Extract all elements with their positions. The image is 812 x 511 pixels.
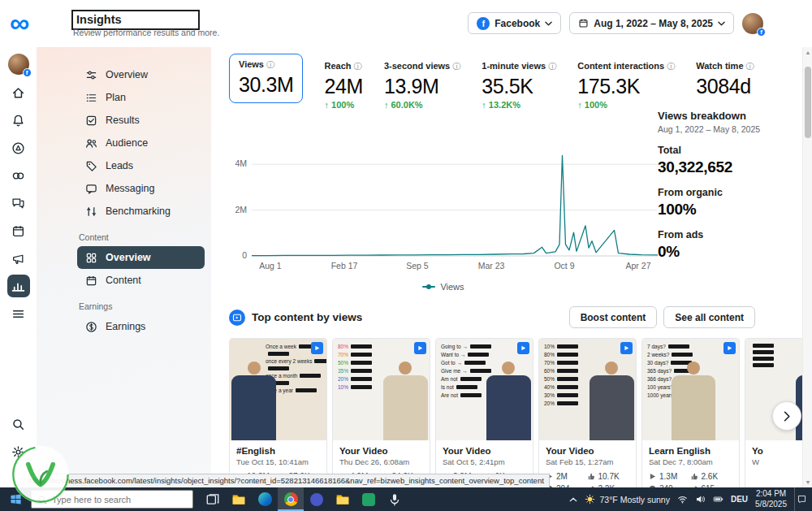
- sidebar-item-overview-0[interactable]: Overview: [77, 63, 205, 86]
- metric-label: Views ⓘ: [239, 59, 293, 71]
- person-figure: [672, 362, 716, 441]
- video-thumbnail[interactable]: 7 days?2 weeks?30 days?365 days?366 days…: [642, 339, 739, 440]
- metric-content-interactions[interactable]: Content interactions ⓘ175.3K↑ 100%: [577, 54, 675, 110]
- promotions-icon: [11, 252, 25, 266]
- tray-expand-icon[interactable]: [569, 496, 577, 503]
- scroll-down-icon[interactable]: ▼: [803, 479, 812, 485]
- content-card-5[interactable]: 7 days?2 weeks?30 days?365 days?366 days…: [641, 338, 740, 500]
- metric-reach[interactable]: Reach ⓘ24M↑ 100%: [324, 54, 362, 110]
- boost-content-button[interactable]: Boost content: [569, 306, 658, 328]
- wifi-icon[interactable]: [677, 494, 688, 505]
- rail-item-ads-manager[interactable]: [7, 136, 30, 159]
- person-figure: [486, 362, 531, 441]
- rail-item-insights[interactable]: [7, 275, 30, 297]
- page-title: Insights: [76, 13, 122, 26]
- top-content-title: Top content by views: [252, 311, 362, 323]
- rail-item-notifications[interactable]: [7, 109, 30, 132]
- card-date: Sat Oct 5, 2:41pm: [443, 457, 526, 466]
- rail-item-promotions[interactable]: [7, 247, 30, 270]
- metric-watch-time[interactable]: Watch time ⓘ3084d: [696, 54, 754, 98]
- views-line-chart[interactable]: [252, 137, 658, 259]
- sidebar-item-audience-3[interactable]: Audience: [77, 132, 205, 154]
- taskbar-app-edge[interactable]: [252, 487, 278, 511]
- sidebar-item-content-9[interactable]: Content: [77, 269, 205, 292]
- sidebar-item-label: Results: [106, 115, 140, 126]
- search-input[interactable]: [52, 495, 187, 505]
- play-badge-icon: [517, 342, 529, 354]
- taskbar-app-store[interactable]: [356, 487, 382, 511]
- facebook-badge-icon: f: [23, 68, 32, 77]
- content-icon: [229, 310, 245, 326]
- rail-item-audiences[interactable]: [7, 164, 30, 187]
- rail-item-planner[interactable]: [7, 219, 30, 242]
- taskbar-weather[interactable]: 73°F Mostly sunny: [585, 494, 669, 505]
- rail-item-search[interactable]: [7, 413, 30, 435]
- date-range-label: Aug 1, 2022 – May 8, 2025: [594, 18, 713, 29]
- taskbar-app-folder[interactable]: [330, 487, 356, 511]
- meta-logo-icon[interactable]: ∞: [10, 6, 29, 39]
- views-chart: 4M 2M 0 Aug 1 Feb 17 Sep 5 Mar 23 Oct 9 …: [229, 137, 658, 292]
- see-all-content-button[interactable]: See all content: [663, 306, 755, 328]
- rail-item-all-tools[interactable]: [7, 302, 30, 325]
- profile-avatar[interactable]: f: [742, 13, 763, 34]
- main-content: Views ⓘ30.3MReach ⓘ24M↑ 100%3-second vie…: [211, 47, 802, 487]
- breakdown-label: From ads: [658, 229, 797, 240]
- video-thumbnail[interactable]: Going to →Want to →Got to →Give me →Am n…: [436, 339, 533, 440]
- metric-value: 175.3K: [577, 75, 675, 98]
- video-thumbnail[interactable]: 80%70%50%35%20%10%: [333, 339, 430, 440]
- sun-icon: [585, 494, 595, 505]
- rail-profile-avatar[interactable]: f: [8, 54, 29, 75]
- card-date: W: [752, 457, 802, 466]
- sidebar-item-plan-1[interactable]: Plan: [77, 86, 205, 109]
- scrollbar-thumb[interactable]: [805, 67, 811, 138]
- all-tools-icon: [11, 307, 25, 321]
- sidebar-item-overview-8[interactable]: Overview: [77, 246, 205, 269]
- person-figure: [231, 362, 276, 441]
- card-info: YoW: [745, 440, 802, 473]
- battery-icon[interactable]: [713, 494, 723, 505]
- breakdown-label: Total: [658, 145, 797, 156]
- sidebar-section-content: Content: [79, 232, 205, 242]
- sidebar-item-leads-4[interactable]: Leads: [77, 154, 205, 177]
- page-selector-button[interactable]: f Facebook: [468, 12, 561, 34]
- info-icon: ⓘ: [266, 60, 274, 69]
- taskbar-app-teams[interactable]: [304, 487, 330, 511]
- taskbar-clock[interactable]: 2:04 PM 5/8/2025: [755, 489, 787, 509]
- rail-item-home[interactable]: [7, 81, 30, 104]
- notifications-icon: [11, 114, 25, 128]
- metric-views[interactable]: Views ⓘ30.3M: [229, 54, 303, 103]
- taskbar-app-file-explorer[interactable]: [226, 487, 252, 511]
- card-title: Your Video: [339, 446, 423, 456]
- video-thumbnail[interactable]: Once a weekonce every 2 weeksonce a mont…: [230, 339, 326, 440]
- metric-3-second-views[interactable]: 3-second views ⓘ13.9M↑ 60.0K%: [384, 54, 460, 110]
- people-icon: [85, 137, 97, 149]
- date-range-button[interactable]: Aug 1, 2022 – May 8, 2025: [569, 12, 734, 34]
- taskbar-app-microphone[interactable]: [382, 487, 408, 511]
- content-card-4[interactable]: 10%80%70%60%50%40%30%20%Your VideoSat Fe…: [538, 338, 637, 500]
- thumb-icon: [691, 473, 698, 480]
- tag-icon: [85, 160, 97, 172]
- sidebar-item-benchmarking-6[interactable]: Benchmarking: [77, 200, 205, 223]
- sidebar-item-label: Leads: [106, 160, 133, 171]
- page-scrollbar[interactable]: ▲ ▼: [802, 47, 812, 487]
- carousel-next-button[interactable]: [772, 401, 801, 431]
- taskbar-app-task-view[interactable]: [200, 487, 226, 511]
- language-indicator[interactable]: DEU: [731, 495, 748, 504]
- video-thumbnail[interactable]: 10%80%70%60%50%40%30%20%: [539, 339, 636, 440]
- x-tick: Oct 9: [554, 261, 574, 271]
- scroll-up-icon[interactable]: ▲: [803, 50, 812, 55]
- person-figure: [796, 362, 802, 441]
- speaker-icon[interactable]: [695, 494, 706, 505]
- metric-value: 3084d: [696, 75, 754, 98]
- grid-icon: [85, 252, 97, 264]
- metric-1-minute-views[interactable]: 1-minute views ⓘ35.5K↑ 13.2K%: [482, 54, 556, 110]
- taskbar-app-chrome[interactable]: [278, 487, 304, 511]
- rail-item-inbox[interactable]: [7, 192, 30, 214]
- insights-icon: [11, 279, 25, 293]
- sidebar-item-earnings-11[interactable]: Earnings: [77, 315, 205, 338]
- taskbar-apps: [200, 487, 408, 511]
- notification-center-icon[interactable]: [794, 487, 809, 511]
- sidebar-item-results-2[interactable]: Results: [77, 109, 205, 132]
- store-icon: [362, 493, 375, 506]
- sidebar-item-messaging-5[interactable]: Messaging: [77, 177, 205, 200]
